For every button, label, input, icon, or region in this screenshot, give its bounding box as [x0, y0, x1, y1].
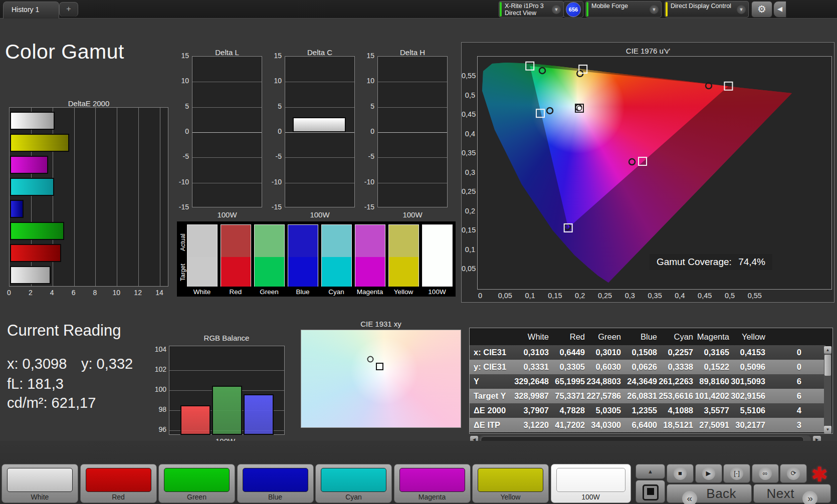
- measure-button[interactable]: ▶: [695, 464, 722, 483]
- column-header: Blue: [621, 328, 657, 345]
- pattern-swatch: [243, 468, 308, 492]
- scroll-down-button[interactable]: ▼: [824, 426, 831, 433]
- chevron-down-icon[interactable]: ▼: [552, 5, 561, 14]
- cell: 4: [765, 403, 801, 418]
- workflow-name: Mobile Forge: [591, 3, 628, 10]
- cell: 0,2257: [657, 345, 693, 360]
- row-label: x: CIE31: [470, 345, 513, 360]
- y-tick-label: -10: [175, 178, 189, 186]
- swatch-label: Green: [260, 288, 279, 296]
- infinity-icon: ∞: [759, 467, 772, 480]
- workflow-dropdown[interactable]: Mobile Forge ▼: [585, 1, 662, 18]
- collapse-panel-button[interactable]: ◀: [773, 1, 786, 18]
- pattern-button-green[interactable]: Green: [158, 464, 235, 503]
- y-tick-label: 5: [175, 102, 189, 110]
- current-reading-x: x: 0,3098: [7, 356, 67, 372]
- scrollbar-thumb[interactable]: [824, 355, 831, 376]
- page-title: Color Gamut: [5, 40, 124, 64]
- x-axis-label: 100W: [217, 210, 237, 219]
- range-button[interactable]: [-]: [723, 464, 750, 483]
- y-tick-label: -5: [175, 152, 189, 160]
- y-tick-label: 0: [268, 127, 282, 135]
- cell: 301,5093: [729, 374, 765, 389]
- pattern-button-magenta[interactable]: Magenta: [394, 464, 471, 503]
- table-row: y: CIE310,33310,33050,60300,06260,33380,…: [470, 360, 825, 374]
- actual-swatch: [288, 225, 318, 257]
- x-tick-label: 0,05: [498, 292, 512, 300]
- workflow-status-bar: [586, 2, 588, 17]
- cell: 0,3103: [513, 345, 549, 360]
- column-header: Red: [549, 328, 585, 345]
- gridline: [192, 82, 262, 82]
- deltae-bar-100w: [10, 112, 55, 130]
- column-header: Green: [585, 328, 621, 345]
- cell: 0,6449: [549, 345, 585, 360]
- meter-dropdown[interactable]: X-Rite i1Pro 3 Direct View ▼: [499, 1, 564, 18]
- cie1931-markers: [301, 330, 461, 427]
- tab-history-1[interactable]: History 1: [3, 2, 59, 19]
- column-header: White: [513, 328, 549, 345]
- pattern-button-cyan[interactable]: Cyan: [315, 464, 392, 503]
- delta-chart-title: Delta L: [215, 48, 239, 57]
- gear-icon: ⚙: [757, 4, 766, 15]
- cell: 30,2177: [729, 418, 765, 432]
- cell: 34,0300: [585, 418, 621, 432]
- pattern-label: White: [2, 493, 78, 501]
- x-tick-label: 0,5: [725, 292, 735, 300]
- cell: 261,2263: [657, 374, 693, 389]
- deltae-bar-red: [10, 244, 61, 262]
- settings-button[interactable]: ⚙: [751, 1, 772, 18]
- x-tick-label: 10: [112, 289, 120, 297]
- pattern-button-100w[interactable]: 100W: [551, 464, 631, 503]
- range-icon: [-]: [730, 467, 743, 480]
- top-bar: History 1 + X-Rite i1Pro 3 Direct View ▼…: [0, 0, 837, 19]
- target-swatch: [322, 257, 351, 287]
- swatch-column-100w: [422, 224, 453, 287]
- row-label: Y: [470, 374, 513, 389]
- pattern-button-blue[interactable]: Blue: [237, 464, 314, 503]
- y-tick-label: 0,5: [462, 91, 475, 99]
- x-tick-label: 4: [50, 289, 54, 297]
- gamut-coverage-value: 74,4%: [738, 257, 765, 267]
- y-tick-label: 0,35: [462, 149, 475, 157]
- deltae-bar-green: [10, 222, 64, 240]
- y-tick-label: 0,05: [462, 265, 475, 273]
- delta-chart-title: Delta C: [307, 48, 332, 57]
- y-tick-label: 96: [150, 425, 166, 433]
- meter-status-button[interactable]: 656: [563, 1, 583, 18]
- next-button[interactable]: Next »: [753, 484, 831, 503]
- y-tick-label: -10: [268, 178, 282, 186]
- pattern-window-button[interactable]: [636, 480, 665, 503]
- pattern-button-red[interactable]: Red: [80, 464, 157, 503]
- current-reading-fl: fL: 181,3: [7, 376, 64, 392]
- actual-swatch: [389, 225, 418, 257]
- swatch-label: 100W: [428, 288, 446, 296]
- chevron-down-icon[interactable]: ▼: [737, 5, 746, 14]
- cell: 3,7907: [513, 403, 549, 418]
- y-tick-label: 0,15: [462, 226, 475, 234]
- pattern-button-yellow[interactable]: Yellow: [472, 464, 549, 503]
- y-tick-label: 5: [268, 102, 282, 110]
- pattern-window-up-button[interactable]: ▲: [636, 464, 665, 479]
- pattern-button-white[interactable]: White: [2, 464, 78, 503]
- cell: 0: [765, 345, 801, 360]
- display-control-dropdown[interactable]: Direct Display Control ▼: [665, 1, 749, 18]
- continuous-button[interactable]: ∞: [752, 464, 779, 483]
- scroll-up-button[interactable]: ▲: [824, 346, 831, 354]
- y-tick-label: 0: [175, 127, 189, 135]
- back-label: Back: [706, 486, 736, 501]
- rgb-balance-chart: [169, 346, 285, 435]
- chevrons-left-icon: «: [682, 491, 697, 504]
- gridline: [169, 370, 284, 371]
- refresh-button[interactable]: ⟳: [780, 464, 807, 483]
- x-tick-label: 2: [29, 289, 33, 297]
- back-button[interactable]: « Back: [667, 484, 752, 503]
- add-tab-button[interactable]: +: [59, 2, 78, 17]
- gridline: [378, 107, 447, 108]
- actual-point-red: [706, 83, 712, 89]
- chevron-down-icon[interactable]: ▼: [650, 5, 659, 14]
- cell: 3,1220: [513, 418, 549, 432]
- pattern-label: Magenta: [394, 493, 470, 501]
- stop-button[interactable]: ■: [667, 464, 694, 483]
- table-vertical-scrollbar[interactable]: ▲▼: [824, 346, 831, 433]
